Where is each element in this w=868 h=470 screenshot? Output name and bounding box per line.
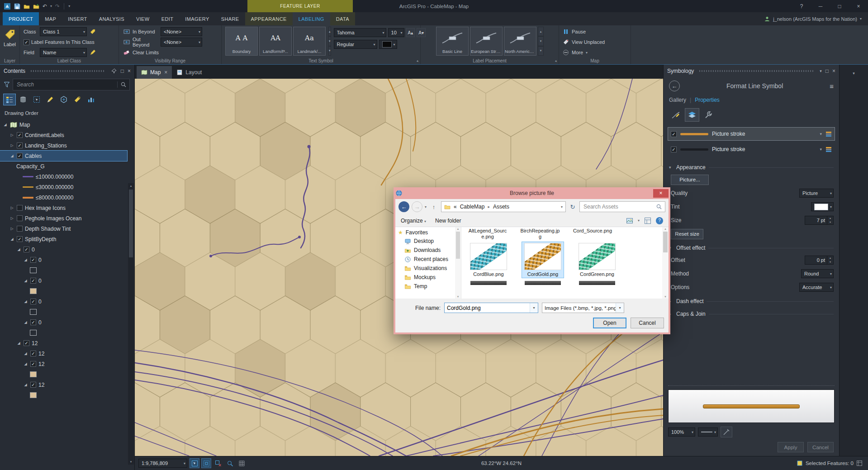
menu-icon[interactable]: ≡ xyxy=(830,82,834,90)
legend-row[interactable]: ≤80000.000000 xyxy=(0,192,127,203)
maximize-button[interactable]: □ xyxy=(830,0,849,12)
swatch-row[interactable] xyxy=(0,328,127,338)
layer-checkbox[interactable] xyxy=(17,215,23,221)
layer-row-12[interactable]: ◢✓12 xyxy=(0,359,127,369)
expander-icon[interactable]: ◢ xyxy=(23,299,28,304)
gallery-more-icon[interactable]: ▾ xyxy=(538,46,544,56)
section-caps-join[interactable]: ▸Caps & Join xyxy=(664,307,839,319)
label-class-options-icon[interactable] xyxy=(89,28,97,36)
coordinates-display[interactable]: 63.22°W 24.62°N xyxy=(481,461,522,466)
chevron-down-icon[interactable]: ▾ xyxy=(638,218,640,223)
list-by-labeling-icon[interactable] xyxy=(71,94,83,105)
tint-dropdown[interactable]: ▾ xyxy=(811,202,834,211)
list-by-selection-icon[interactable] xyxy=(31,94,43,105)
ribbon-tab-share[interactable]: SHARE xyxy=(215,12,245,25)
save-icon[interactable] xyxy=(14,3,20,9)
tab-properties[interactable]: Properties xyxy=(695,97,720,103)
list-by-charts-icon[interactable] xyxy=(85,94,97,105)
search-icon[interactable] xyxy=(120,81,127,88)
new-folder-button[interactable]: New folder xyxy=(435,218,461,224)
file-item-cordgreen-png[interactable]: CordGreen.png xyxy=(576,242,618,278)
in-beyond-dropdown[interactable]: <None>▾ xyxy=(161,27,202,36)
list-by-snapping-icon[interactable] xyxy=(58,94,70,105)
close-button[interactable]: × xyxy=(653,189,669,198)
grow-font-button[interactable]: A▴ xyxy=(406,28,415,37)
legend-swatch[interactable] xyxy=(30,392,37,398)
chevron-down-icon[interactable]: ▾ xyxy=(853,71,855,76)
spinner-arrows[interactable]: ▴▾ xyxy=(827,216,833,224)
expander-icon[interactable]: ◢ xyxy=(16,247,21,252)
list-by-source-icon[interactable] xyxy=(17,94,29,105)
file-type-combo[interactable]: Image Files (*.bmp, *.jpg, *.png ▾ xyxy=(542,303,624,313)
tab-gallery[interactable]: Gallery xyxy=(669,97,686,103)
cancel-button[interactable]: Cancel xyxy=(807,442,834,452)
file-item-cordgold-png[interactable]: CordGold.png xyxy=(522,242,564,278)
expander-icon[interactable]: ▷ xyxy=(9,206,14,210)
layer-row-splitbydepth[interactable]: ◢✓SplitByDepth xyxy=(0,234,127,244)
layer-row-12[interactable]: ◢✓12 xyxy=(0,338,127,348)
layer-checkbox[interactable]: ✓ xyxy=(30,257,36,263)
layer-checkbox[interactable]: ✓ xyxy=(30,351,36,356)
pane-grip[interactable] xyxy=(699,70,814,72)
font-size-dropdown[interactable]: 10▾ xyxy=(388,28,404,37)
legend-row[interactable]: ≤10000.000000 xyxy=(0,171,127,182)
sidebar-item-recent-places[interactable]: Recent places xyxy=(395,255,461,264)
search-input[interactable] xyxy=(583,203,654,210)
layer-visible-checkbox[interactable]: ✓ xyxy=(671,147,677,152)
layer-checkbox[interactable]: ✓ xyxy=(17,236,23,242)
pin-icon[interactable] xyxy=(111,68,117,74)
close-icon[interactable]: × xyxy=(164,69,167,76)
text-color-dropdown[interactable]: ▾ xyxy=(379,40,397,49)
layer-checkbox[interactable]: ✓ xyxy=(24,340,29,346)
breadcrumb-current[interactable]: Assets xyxy=(493,204,509,210)
list-by-editing-icon[interactable] xyxy=(44,94,56,105)
contents-scrollbar[interactable]: ▴ ▾ xyxy=(128,183,134,465)
swatch-row[interactable] xyxy=(0,265,127,275)
section-appearance[interactable]: ▾Appearance xyxy=(664,160,839,173)
file-item-cordblue-png[interactable]: CordBlue.png xyxy=(468,242,509,278)
layer-row-depth-shadow-tint[interactable]: ▷Depth Shadow Tint xyxy=(0,223,127,234)
file-item-birchrepeating-jpg[interactable]: BirchRepeating.jpg xyxy=(520,228,560,239)
cancel-button[interactable]: Cancel xyxy=(631,318,664,328)
expander-icon[interactable]: ◢ xyxy=(23,383,28,387)
gallery-scrollbar[interactable]: ▴▾▾ xyxy=(328,27,331,56)
file-name-combo[interactable]: ▾ xyxy=(444,303,538,313)
organize-button[interactable]: Organize ▾ xyxy=(401,218,426,224)
help-button[interactable]: ? xyxy=(792,0,811,12)
list-by-drawing-order-icon[interactable] xyxy=(4,94,15,105)
layer-row-hex-image-icons[interactable]: ▷Hex Image Icons xyxy=(0,203,127,213)
placement-gallery-item-north-american-str[interactable]: North American Str... xyxy=(504,27,536,56)
tab-layout[interactable]: Layout xyxy=(172,66,206,79)
chevron-right-icon[interactable]: ▸ xyxy=(488,204,490,209)
layer-checkbox[interactable]: ✓ xyxy=(30,382,36,388)
expander-icon[interactable]: ▷ xyxy=(9,216,14,220)
layer-checkbox[interactable]: ✓ xyxy=(30,278,36,284)
layer-row-map[interactable]: ◢Map xyxy=(0,119,127,130)
tab-map[interactable]: Map × xyxy=(137,66,172,79)
picture-button[interactable]: Picture... xyxy=(671,175,709,185)
preview-background-dropdown[interactable]: ▾ xyxy=(698,427,718,437)
symbol-layer-row-0[interactable]: ✓Picture stroke▾ xyxy=(668,128,835,140)
file-item-cord-source-png[interactable]: Cord_Source.png xyxy=(573,228,612,239)
back-button[interactable]: ← xyxy=(669,81,680,91)
favorites-group[interactable]: ★ Favorites xyxy=(395,228,461,237)
sidebar-item-downloads[interactable]: Downloads xyxy=(395,246,461,255)
ribbon-tab-project[interactable]: PROJECT xyxy=(3,12,39,25)
clear-selection-icon[interactable] xyxy=(213,459,223,468)
layer-checkbox[interactable]: ✓ xyxy=(24,247,29,252)
chevron-down-icon[interactable]: ▾ xyxy=(820,132,822,136)
expander-icon[interactable]: ▷ xyxy=(9,143,14,147)
breadcrumb-overflow[interactable]: « xyxy=(454,204,457,210)
spinner-arrows[interactable]: ▴▾ xyxy=(827,256,833,264)
text-symbol-gallery-item-landmark[interactable]: AaLandmark/... xyxy=(293,27,326,56)
feature-layer-context-header[interactable]: FEATURE LAYER xyxy=(247,0,353,12)
ribbon-tab-edit[interactable]: EDIT xyxy=(156,12,180,25)
ribbon-tab-labeling[interactable]: LABELING xyxy=(293,12,330,25)
reset-size-button[interactable]: Reset size xyxy=(671,229,703,239)
layer-row-landing-stations[interactable]: ▷✓Landing_Stations xyxy=(0,140,127,151)
layer-row-cables[interactable]: ◢✓Cables xyxy=(0,151,127,161)
filter-icon[interactable] xyxy=(4,81,10,88)
field-dropdown[interactable]: Name▾ xyxy=(40,48,87,57)
method-dropdown[interactable]: Round▾ xyxy=(801,269,834,278)
placement-gallery-item-european-streets[interactable]: European Streets xyxy=(470,27,503,56)
